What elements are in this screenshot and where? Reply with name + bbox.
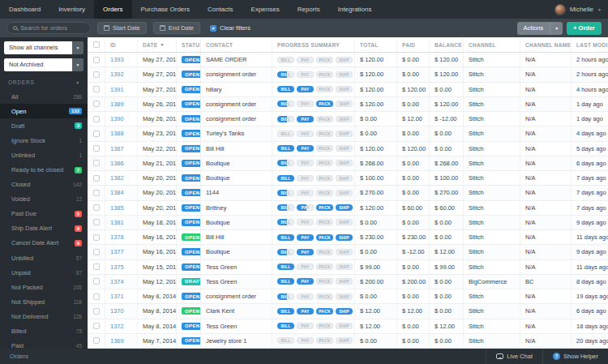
column-header-progress-summary[interactable]: PROGRESS SUMMARY — [272, 37, 355, 52]
row-checkbox[interactable] — [93, 71, 100, 78]
table-row-order-1391[interactable]: 1391May 27, 2014OPENhillaryBILLPAYPACKSH… — [88, 83, 608, 97]
row-checkbox[interactable] — [93, 278, 100, 285]
search-box[interactable] — [6, 22, 91, 34]
column-header-contact[interactable]: CONTACT — [201, 37, 272, 52]
order-id-link[interactable]: 1384 — [110, 189, 124, 196]
sidebar-item-open[interactable]: Open132 — [0, 104, 88, 118]
table-row-order-1378[interactable]: 1378May 16, 2014OPENBill HillBILLPAYPACK… — [88, 230, 608, 245]
sidebar-item-past-due[interactable]: Past Due5 — [0, 207, 88, 221]
sidebar-item-not-shipped[interactable]: Not Shipped118 — [0, 294, 88, 309]
order-id-link[interactable]: 1370 — [110, 307, 124, 315]
table-row-order-1393[interactable]: 1393May 27, 2014OPENSAME ORDERBILLPAYPAC… — [88, 53, 608, 67]
table-row-order-1386[interactable]: 1386May 21, 2014OPENBoutiqueBILLBILLPAYP… — [88, 156, 608, 171]
table-row-order-1384[interactable]: 1384May 20, 2014OPEN1144BILLBILLPAYPACKS… — [88, 186, 608, 200]
nav-item-integrations[interactable]: Integrations — [329, 0, 381, 19]
row-checkbox[interactable] — [93, 160, 100, 166]
user-menu[interactable]: Michelle ▼ — [554, 0, 602, 19]
select-all-checkbox[interactable] — [93, 41, 100, 48]
row-checkbox[interactable] — [93, 263, 100, 270]
sidebar-item-unbilled[interactable]: Unbilled57 — [0, 251, 88, 265]
sidebar-item-unlinked[interactable]: Unlinked1 — [0, 148, 88, 162]
column-header-id[interactable]: ID — [105, 37, 138, 52]
column-header-date[interactable]: DATE▼ — [138, 37, 177, 52]
order-id-link[interactable]: 1385 — [110, 204, 124, 212]
row-checkbox[interactable] — [93, 145, 100, 152]
order-id-link[interactable]: 1389 — [110, 101, 124, 108]
row-checkbox[interactable] — [93, 101, 100, 107]
table-row-order-1369[interactable]: 1369May 7, 2014OPENJewelry store 1BILLPA… — [88, 334, 608, 349]
row-checkbox[interactable] — [93, 308, 100, 315]
sidebar-item-billed[interactable]: Billed75 — [0, 324, 88, 339]
column-header-status[interactable]: STATUS — [177, 37, 201, 52]
nav-item-reports[interactable]: Reports — [289, 0, 329, 19]
table-row-order-1372[interactable]: 1372May 8, 2014OPENTess GreenBILLPAYPACK… — [88, 319, 608, 334]
sidebar-item-paid[interactable]: Paid45 — [0, 339, 88, 349]
sidebar-item-cancel-date-alert[interactable]: Cancel Date Alert9 — [0, 236, 88, 251]
table-row-order-1374[interactable]: 1374May 12, 2014DRAFTTess GreenBILLPAYPA… — [88, 275, 608, 289]
order-id-link[interactable]: 1381 — [110, 219, 124, 226]
order-id-link[interactable]: 1374 — [110, 278, 124, 285]
order-id-link[interactable]: 1392 — [110, 71, 124, 78]
order-id-link[interactable]: 1371 — [110, 293, 124, 300]
table-row-order-1392[interactable]: 1392May 27, 2014OPENconsignment orderBIL… — [88, 67, 608, 82]
add-order-button[interactable]: + Order — [567, 22, 602, 35]
row-checkbox[interactable] — [93, 249, 100, 255]
sidebar-item-not-packed[interactable]: Not Packed105 — [0, 280, 88, 294]
sidebar-item-closed[interactable]: Closed142 — [0, 178, 88, 192]
sidebar-item-unpaid[interactable]: Unpaid87 — [0, 265, 88, 280]
row-checkbox[interactable] — [93, 86, 100, 92]
table-row-order-1389[interactable]: 1389May 26, 2014OPENconsignment orderBIL… — [88, 97, 608, 112]
order-id-link[interactable]: 1390 — [110, 115, 124, 122]
clear-filters-button[interactable]: × Clear filters — [210, 24, 250, 32]
table-row-order-1385[interactable]: 1385May 20, 2014OPENBrittneyBILLBILLPAYP… — [88, 201, 608, 216]
orders-section-header[interactable]: ORDERS ▾ — [0, 71, 88, 89]
table-row-order-1390[interactable]: 1390May 26, 2014OPENconsignment orderBIL… — [88, 112, 608, 126]
table-row-order-1375[interactable]: 1375May 15, 2014OPENTess GreenBILLPAYPAC… — [88, 260, 608, 275]
table-row-order-1371[interactable]: 1371May 8, 2014OPENconsignment orderBILL… — [88, 289, 608, 304]
search-input[interactable] — [20, 24, 84, 32]
sidebar-item-ship-date-alert[interactable]: Ship Date Alert9 — [0, 221, 88, 236]
order-id-link[interactable]: 1393 — [110, 56, 124, 63]
row-checkbox[interactable] — [93, 293, 100, 300]
table-row-order-1377[interactable]: 1377May 16, 2014OPENBoutiqueBILLBILLPAYP… — [88, 245, 608, 259]
row-checkbox[interactable] — [93, 131, 100, 137]
order-id-link[interactable]: 1382 — [110, 174, 124, 182]
order-id-link[interactable]: 1377 — [110, 248, 124, 255]
end-date-button[interactable]: End Date — [153, 22, 200, 34]
table-row-order-1387[interactable]: 1387May 22, 2014OPENBill HillBILLPAYPACK… — [88, 142, 608, 156]
row-checkbox[interactable] — [93, 190, 100, 196]
order-id-link[interactable]: 1369 — [110, 337, 124, 345]
sidebar-item-voided[interactable]: Voided12 — [0, 192, 88, 207]
row-checkbox[interactable] — [93, 175, 100, 182]
nav-item-orders[interactable]: Orders — [94, 0, 131, 19]
table-row-order-1381[interactable]: 1381May 18, 2014OPENBoutiqueBILLBILLPAYP… — [88, 216, 608, 230]
start-date-button[interactable]: Start Date — [97, 22, 147, 34]
column-header-balance-due[interactable]: BALANCE DUE — [430, 37, 464, 52]
order-id-link[interactable]: 1386 — [110, 160, 124, 167]
nav-item-dashboard[interactable]: Dashboard — [0, 0, 49, 19]
order-id-link[interactable]: 1388 — [110, 130, 124, 137]
sidebar-item-ignore-stock[interactable]: Ignore Stock1 — [0, 133, 88, 148]
table-row-order-1382[interactable]: 1382May 20, 2014OPENBoutiqueBILLPAYPACKS… — [88, 171, 608, 186]
order-id-link[interactable]: 1391 — [110, 86, 124, 93]
actions-button[interactable]: Actions ▼ — [517, 22, 563, 35]
column-header-total[interactable]: TOTAL — [355, 37, 397, 52]
archive-filter-select[interactable]: Not Archived ▼ — [4, 58, 83, 71]
column-header-paid[interactable]: PAID — [397, 37, 430, 52]
table-row-order-1370[interactable]: 1370May 8, 2014OPENClark KentBILLPAYPACK… — [88, 304, 608, 319]
order-id-link[interactable]: 1372 — [110, 323, 124, 330]
channel-filter-select[interactable]: Show all channels ▼ — [4, 41, 83, 54]
row-checkbox[interactable] — [93, 219, 100, 225]
row-checkbox[interactable] — [93, 234, 100, 241]
nav-item-expenses[interactable]: Expenses — [242, 0, 289, 19]
table-row-order-1388[interactable]: 1388May 23, 2014OPENTurley's TanksBILLPA… — [88, 126, 608, 141]
user-avatar[interactable] — [554, 4, 566, 15]
row-checkbox[interactable] — [93, 323, 100, 329]
column-header-channel-name[interactable]: CHANNEL NAME — [520, 37, 572, 52]
row-checkbox[interactable] — [93, 337, 100, 344]
column-header-last-modified[interactable]: LAST MODIFIED — [572, 37, 608, 52]
chevron-down-icon[interactable]: ▼ — [550, 22, 563, 35]
order-id-link[interactable]: 1378 — [110, 233, 124, 241]
column-header-channel[interactable]: CHANNEL — [464, 37, 520, 52]
row-checkbox[interactable] — [93, 116, 100, 122]
